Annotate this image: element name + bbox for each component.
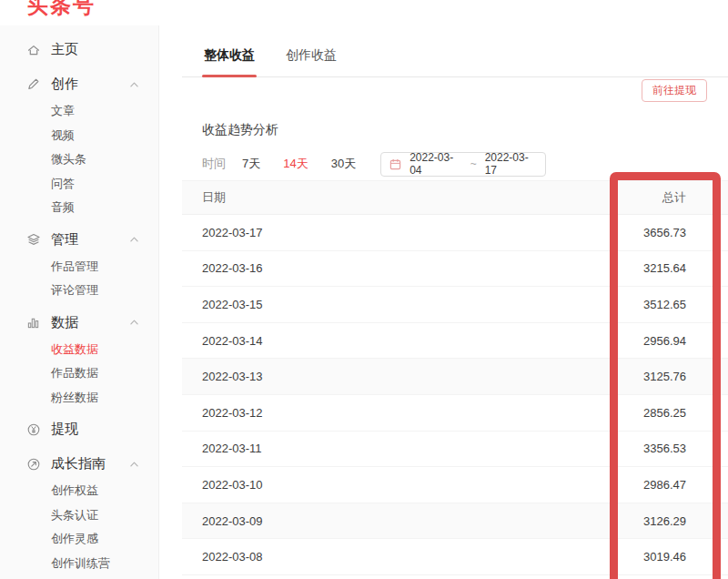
growth-icon — [25, 456, 41, 472]
sidebar-item-label: 数据 — [51, 314, 78, 331]
cell-date: 2022-03-10 — [182, 478, 564, 492]
sidebar-item-data[interactable]: 数据 — [0, 308, 158, 338]
cell-date: 2022-03-14 — [182, 334, 564, 348]
cell-total: 3215.64 — [564, 261, 728, 275]
sidebar-item-works-manage[interactable]: 作品管理 — [0, 255, 158, 279]
chevron-up-icon[interactable] — [130, 82, 138, 87]
sidebar-item-growth-guide[interactable]: 成长指南 — [0, 449, 158, 479]
sidebar-item-works-data[interactable]: 作品数据 — [0, 361, 158, 386]
date-range-picker[interactable]: 2022-03-04 ~ 2022-03-17 — [380, 152, 546, 177]
sidebar-item-label: 提现 — [51, 421, 78, 438]
cell-date: 2022-03-09 — [182, 514, 564, 528]
cell-total: 3356.53 — [564, 442, 728, 455]
toutiao-logo: 头条号 — [27, 0, 96, 20]
sidebar-item-comment-manage[interactable]: 评论管理 — [0, 279, 158, 303]
cell-date: 2022-03-15 — [182, 298, 564, 311]
tab-bar: 整体收益创作收益 — [182, 25, 728, 77]
sidebar-item-label: 主页 — [51, 41, 78, 58]
time-filter: 时间 7天14天30天 2022-03-04 ~ 2022-03-17 — [202, 151, 546, 177]
sidebar-item-fans-data[interactable]: 粉丝数据 — [0, 386, 158, 411]
cell-total: 2956.94 — [564, 334, 728, 348]
cell-total: 3512.65 — [564, 298, 728, 311]
cell-total: 3656.73 — [564, 226, 728, 239]
sidebar-item-manage[interactable]: 管理 — [0, 225, 158, 255]
sidebar-item-toutiao-cert[interactable]: 头条认证 — [0, 503, 158, 528]
sidebar: 主页创作文章视频微头条问答音频管理作品管理评论管理数据收益数据作品数据粉丝数据提… — [0, 25, 159, 579]
cell-date: 2022-03-11 — [182, 442, 564, 455]
chart-icon — [25, 315, 41, 330]
cell-date: 2022-03-17 — [182, 226, 564, 239]
cell-total: 3125.76 — [564, 370, 728, 383]
filter-option-7d[interactable]: 7天 — [242, 156, 260, 172]
cell-total: 2986.47 — [564, 478, 728, 492]
chevron-up-icon[interactable] — [130, 237, 138, 242]
cell-total: 2856.25 — [564, 406, 728, 420]
main-content: 整体收益创作收益 前往提现 收益趋势分析 时间 7天14天30天 2022-03… — [160, 25, 728, 579]
table-row: 2022-03-083019.46 — [182, 539, 728, 575]
sidebar-item-home[interactable]: 主页 — [0, 35, 158, 65]
calendar-icon — [389, 158, 401, 170]
chevron-up-icon[interactable] — [130, 320, 138, 325]
sidebar-item-creation-camp[interactable]: 创作训练营 — [0, 552, 158, 576]
layers-icon — [25, 232, 41, 248]
cell-date: 2022-03-08 — [182, 550, 564, 564]
home-icon — [25, 42, 41, 57]
sidebar-item-article[interactable]: 文章 — [0, 99, 158, 124]
table-row: 2022-03-113356.53 — [182, 432, 728, 468]
sidebar-item-label: 成长指南 — [51, 455, 106, 472]
chevron-up-icon[interactable] — [130, 462, 138, 467]
go-withdraw-button[interactable]: 前往提现 — [642, 79, 707, 102]
sidebar-item-label: 管理 — [51, 231, 78, 249]
sidebar-item-audio[interactable]: 音频 — [0, 196, 158, 220]
sidebar-item-label: 创作 — [51, 76, 78, 93]
column-header-total: 总计 — [564, 189, 728, 206]
cell-date: 2022-03-16 — [182, 261, 564, 275]
sidebar-item-weitoutiao[interactable]: 微头条 — [0, 147, 158, 172]
time-filter-label: 时间 — [202, 156, 226, 172]
top-bar: 头条号 — [0, 0, 728, 25]
table-header-row: 日期 总计 — [182, 180, 728, 215]
column-header-date: 日期 — [182, 189, 564, 206]
withdraw-icon — [25, 422, 41, 437]
edit-icon — [25, 76, 41, 92]
section-title: 收益趋势分析 — [202, 122, 278, 138]
sidebar-item-withdraw[interactable]: 提现 — [0, 414, 158, 444]
sidebar-item-revenue-data[interactable]: 收益数据 — [0, 338, 158, 362]
filter-option-30d[interactable]: 30天 — [331, 156, 356, 172]
cell-date: 2022-03-12 — [182, 406, 564, 420]
table-row: 2022-03-163215.64 — [182, 251, 728, 288]
date-range-end: 2022-03-17 — [485, 151, 537, 177]
sidebar-item-creation-rights[interactable]: 创作权益 — [0, 479, 158, 503]
table-row: 2022-03-173656.73 — [182, 215, 728, 251]
sidebar-item-create[interactable]: 创作 — [0, 69, 158, 99]
date-range-separator: ~ — [470, 157, 477, 170]
filter-option-14d[interactable]: 14天 — [283, 156, 308, 172]
cell-total: 3126.29 — [564, 514, 728, 528]
cell-total: 3019.46 — [564, 550, 728, 564]
date-range-start: 2022-03-04 — [410, 151, 461, 177]
tab-creation-revenue[interactable]: 创作收益 — [284, 47, 339, 76]
revenue-table: 日期 总计 2022-03-173656.732022-03-163215.64… — [182, 180, 728, 575]
sidebar-item-qa[interactable]: 问答 — [0, 172, 158, 197]
page: 头条号 主页创作文章视频微头条问答音频管理作品管理评论管理数据收益数据作品数据粉… — [0, 0, 728, 579]
table-row: 2022-03-122856.25 — [182, 395, 728, 432]
sidebar-item-creation-inspiration[interactable]: 创作灵感 — [0, 527, 158, 552]
table-row: 2022-03-102986.47 — [182, 467, 728, 503]
sidebar-item-video[interactable]: 视频 — [0, 124, 158, 148]
table-row: 2022-03-093126.29 — [182, 503, 728, 540]
table-row: 2022-03-153512.65 — [182, 287, 728, 323]
tab-overall-revenue[interactable]: 整体收益 — [202, 47, 257, 76]
cell-date: 2022-03-13 — [182, 370, 564, 383]
table-row: 2022-03-133125.76 — [182, 359, 728, 395]
table-row: 2022-03-142956.94 — [182, 323, 728, 360]
